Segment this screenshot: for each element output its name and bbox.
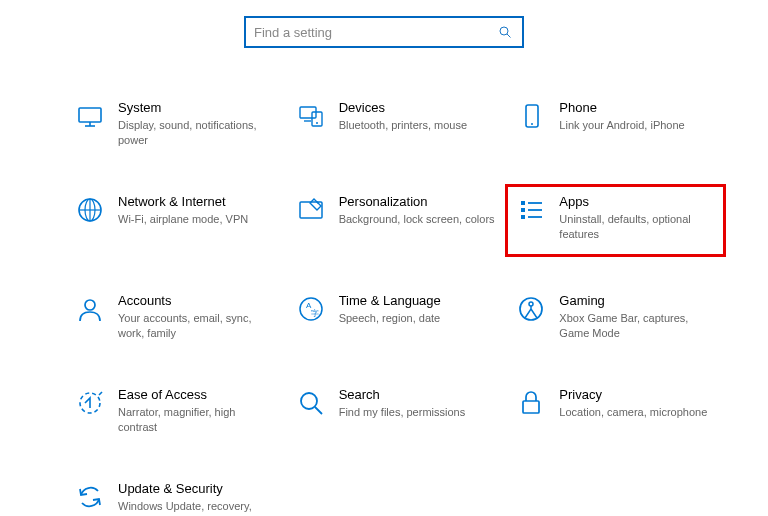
tile-title: Network & Internet <box>118 194 275 209</box>
tile-desc: Wi-Fi, airplane mode, VPN <box>118 212 275 227</box>
tile-title: Time & Language <box>339 293 496 308</box>
tile-desc: Background, lock screen, colors <box>339 212 496 227</box>
tile-title: Ease of Access <box>118 387 275 402</box>
tile-text: Ease of AccessNarrator, magnifier, high … <box>118 387 275 435</box>
tile-search[interactable]: SearchFind my files, permissions <box>291 383 500 439</box>
settings-home: SystemDisplay, sound, notifications, pow… <box>0 0 768 516</box>
tile-text: PrivacyLocation, camera, microphone <box>559 387 716 420</box>
tile-devices[interactable]: DevicesBluetooth, printers, mouse <box>291 96 500 152</box>
tile-apps[interactable]: AppsUninstall, defaults, optional featur… <box>511 190 720 252</box>
tile-desc: Your accounts, email, sync, work, family <box>118 311 275 341</box>
tile-desc: Location, camera, microphone <box>559 405 716 420</box>
tile-text: AppsUninstall, defaults, optional featur… <box>559 194 714 242</box>
tile-desc: Display, sound, notifications, power <box>118 118 275 148</box>
tile-gaming[interactable]: GamingXbox Game Bar, captures, Game Mode <box>511 289 720 345</box>
tile-desc: Xbox Game Bar, captures, Game Mode <box>559 311 716 341</box>
search-icon <box>295 387 327 419</box>
tile-desc: Link your Android, iPhone <box>559 118 716 133</box>
devices-icon <box>295 100 327 132</box>
tile-text: GamingXbox Game Bar, captures, Game Mode <box>559 293 716 341</box>
tile-title: System <box>118 100 275 115</box>
tile-text: Update & SecurityWindows Update, recover… <box>118 481 275 516</box>
tile-text: AccountsYour accounts, email, sync, work… <box>118 293 275 341</box>
accounts-icon <box>74 293 106 325</box>
privacy-icon <box>515 387 547 419</box>
settings-grid: SystemDisplay, sound, notifications, pow… <box>0 96 768 516</box>
tile-desc: Narrator, magnifier, high contrast <box>118 405 275 435</box>
tile-desc: Speech, region, date <box>339 311 496 326</box>
tile-update[interactable]: Update & SecurityWindows Update, recover… <box>70 477 279 516</box>
system-icon <box>74 100 106 132</box>
network-icon <box>74 194 106 226</box>
tile-title: Apps <box>559 194 714 209</box>
tile-title: Accounts <box>118 293 275 308</box>
gaming-icon <box>515 293 547 325</box>
tile-desc: Uninstall, defaults, optional features <box>559 212 714 242</box>
tile-title: Personalization <box>339 194 496 209</box>
tile-accounts[interactable]: AccountsYour accounts, email, sync, work… <box>70 289 279 345</box>
time-icon <box>295 293 327 325</box>
tile-desc: Windows Update, recovery, backup <box>118 499 275 516</box>
search-container <box>0 16 768 48</box>
tile-desc: Find my files, permissions <box>339 405 496 420</box>
tile-title: Gaming <box>559 293 716 308</box>
tile-text: Time & LanguageSpeech, region, date <box>339 293 496 326</box>
tile-title: Search <box>339 387 496 402</box>
tile-phone[interactable]: PhoneLink your Android, iPhone <box>511 96 720 152</box>
apps-icon <box>515 194 547 226</box>
search-input[interactable] <box>254 25 514 40</box>
tile-personalization[interactable]: PersonalizationBackground, lock screen, … <box>291 190 500 252</box>
tile-system[interactable]: SystemDisplay, sound, notifications, pow… <box>70 96 279 152</box>
tile-title: Phone <box>559 100 716 115</box>
update-icon <box>74 481 106 513</box>
tile-title: Devices <box>339 100 496 115</box>
tile-network[interactable]: Network & InternetWi-Fi, airplane mode, … <box>70 190 279 252</box>
tile-title: Privacy <box>559 387 716 402</box>
tile-text: PhoneLink your Android, iPhone <box>559 100 716 133</box>
tile-privacy[interactable]: PrivacyLocation, camera, microphone <box>511 383 720 439</box>
tile-time[interactable]: Time & LanguageSpeech, region, date <box>291 289 500 345</box>
search-icon <box>498 25 512 39</box>
tile-title: Update & Security <box>118 481 275 496</box>
tile-desc: Bluetooth, printers, mouse <box>339 118 496 133</box>
ease-icon <box>74 387 106 419</box>
search-box[interactable] <box>244 16 524 48</box>
tile-text: PersonalizationBackground, lock screen, … <box>339 194 496 227</box>
personalization-icon <box>295 194 327 226</box>
tile-text: SearchFind my files, permissions <box>339 387 496 420</box>
tile-ease[interactable]: Ease of AccessNarrator, magnifier, high … <box>70 383 279 439</box>
tile-text: Network & InternetWi-Fi, airplane mode, … <box>118 194 275 227</box>
phone-icon <box>515 100 547 132</box>
tile-text: SystemDisplay, sound, notifications, pow… <box>118 100 275 148</box>
tile-text: DevicesBluetooth, printers, mouse <box>339 100 496 133</box>
